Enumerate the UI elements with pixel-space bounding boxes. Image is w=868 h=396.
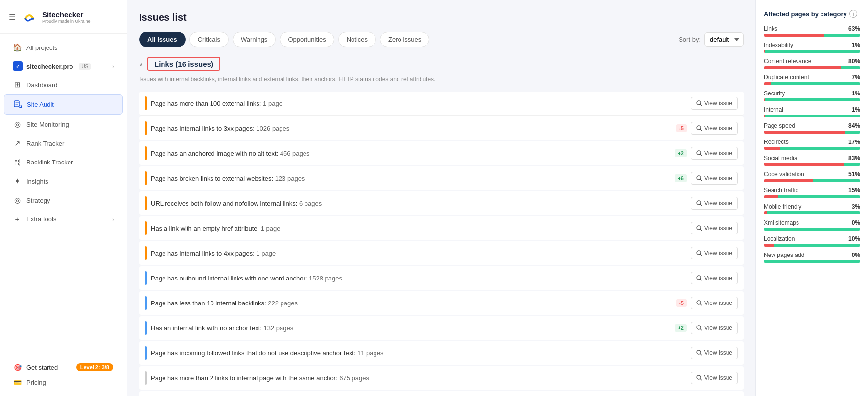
filter-tab-warnings[interactable]: Warnings: [233, 32, 276, 47]
site-audit-label: Site Audit: [27, 101, 54, 108]
view-issue-button[interactable]: View issue: [691, 122, 738, 135]
hamburger-icon[interactable]: ☰: [9, 12, 16, 22]
site-audit-icon: [13, 100, 22, 109]
section-description: Issues with internal backlinks, internal…: [139, 75, 744, 84]
view-issue-button[interactable]: View issue: [691, 222, 738, 234]
category-name: Content relevance: [764, 58, 811, 65]
view-issue-button[interactable]: View issue: [691, 297, 738, 309]
sidebar-bottom: 🎯 Get started Level 2: 3/8 💳 Pricing: [0, 353, 127, 396]
progress-fill-green: [844, 163, 860, 166]
filter-tab-zero-issues[interactable]: Zero issues: [380, 32, 429, 47]
issue-row: Page has internal links to 3xx pages: 10…: [139, 116, 744, 140]
search-icon: [696, 150, 702, 156]
dashboard-icon: ⊞: [13, 80, 22, 89]
project-arrow-icon: ›: [112, 63, 114, 69]
change-badge: +6: [675, 174, 687, 182]
sidebar-item-dashboard[interactable]: ⊞ Dashboard: [4, 75, 123, 94]
main-content: Issues list All issuesCriticalsWarningsO…: [127, 0, 868, 396]
filter-tab-opportunities[interactable]: Opportunities: [280, 32, 334, 47]
sidebar-item-strategy[interactable]: ◎ Strategy: [4, 191, 123, 210]
search-icon: [696, 375, 702, 381]
search-icon: [696, 350, 702, 356]
get-started-item[interactable]: 🎯 Get started Level 2: 3/8: [9, 359, 118, 375]
pricing-item[interactable]: 💳 Pricing: [9, 375, 118, 390]
filter-tab-notices[interactable]: Notices: [338, 32, 376, 47]
view-issue-button[interactable]: View issue: [691, 197, 738, 210]
main: Issues list All issuesCriticalsWarningsO…: [127, 0, 868, 396]
sidebar-item-extra-tools[interactable]: + Extra tools ›: [4, 210, 123, 228]
view-issue-button[interactable]: View issue: [691, 172, 738, 185]
category-pct: 1%: [852, 90, 860, 97]
view-issue-button[interactable]: View issue: [691, 347, 738, 359]
svg-line-14: [700, 229, 702, 231]
severity-indicator: [145, 146, 147, 160]
svg-point-15: [697, 251, 701, 255]
logo-icon: [21, 8, 38, 25]
progress-fill-red: [764, 131, 845, 134]
progress-fill-red: [764, 34, 824, 37]
issue-row: Page has an anchored image with no alt t…: [139, 141, 744, 165]
issue-row: Page has less than 10 internal backlinks…: [139, 291, 744, 315]
category-item: Redirects 17%: [764, 139, 860, 150]
change-badge: +2: [675, 149, 687, 157]
issue-text: Page has an anchored image with no alt t…: [151, 150, 671, 157]
svg-line-22: [700, 329, 702, 330]
category-pct: 80%: [848, 58, 860, 65]
sort-select[interactable]: default: [704, 32, 744, 47]
view-issue-button[interactable]: View issue: [691, 322, 738, 334]
progress-fill-green: [845, 131, 860, 134]
sidebar-item-site-monitoring[interactable]: ◎ Site Monitoring: [4, 115, 123, 134]
section-toggle-icon[interactable]: ∧: [139, 61, 143, 68]
strategy-label: Strategy: [26, 197, 50, 204]
progress-fill-red: [764, 244, 774, 247]
progress-track: [764, 115, 860, 117]
category-pct: 3%: [852, 203, 860, 210]
category-name: Xml sitemaps: [764, 219, 799, 226]
view-issue-button[interactable]: View issue: [691, 247, 738, 259]
sidebar-item-insights[interactable]: ✦ Insights: [4, 172, 123, 190]
filter-tabs: All issuesCriticalsWarningsOpportunities…: [139, 32, 744, 47]
category-item: Indexability 1%: [764, 42, 860, 53]
filter-tab-criticals[interactable]: Criticals: [189, 32, 229, 47]
sidebar-item-site-audit[interactable]: Site Audit: [4, 94, 123, 115]
change-badge: +2: [675, 324, 687, 332]
site-monitoring-label: Site Monitoring: [26, 121, 69, 128]
category-item: Xml sitemaps 0%: [764, 219, 860, 231]
filter-tab-all-issues[interactable]: All issues: [139, 32, 186, 47]
category-name: Duplicate content: [764, 74, 809, 81]
svg-rect-1: [14, 101, 19, 107]
extra-tools-icon: +: [13, 215, 22, 223]
all-projects-label: All projects: [26, 44, 58, 51]
sort-wrapper: Sort by: default: [679, 32, 744, 47]
category-name: Security: [764, 90, 785, 97]
sidebar: ☰ Sitechecker Proudly made in Ukraine 🏠 …: [0, 0, 127, 396]
progress-track: [764, 228, 860, 231]
progress-fill-green: [767, 211, 860, 214]
progress-track: [764, 98, 860, 101]
view-issue-button[interactable]: View issue: [691, 372, 738, 384]
category-item: Internal 1%: [764, 106, 860, 117]
severity-indicator: [145, 171, 147, 185]
view-issue-button[interactable]: View issue: [691, 97, 738, 110]
view-issue-button[interactable]: View issue: [691, 272, 738, 284]
svg-line-8: [700, 154, 702, 156]
category-name: Redirects: [764, 139, 789, 145]
sidebar-project[interactable]: ✓ sitechecker.pro US ›: [4, 57, 123, 75]
sidebar-item-backlink-tracker[interactable]: ⛓ Backlink Tracker: [4, 153, 123, 171]
severity-indicator: [145, 221, 147, 235]
severity-indicator: [145, 121, 147, 135]
view-issue-button[interactable]: View issue: [691, 147, 738, 160]
sidebar-item-rank-tracker[interactable]: ↗ Rank Tracker: [4, 134, 123, 153]
logo-sub: Proudly made in Ukraine: [42, 19, 91, 23]
issue-text: Has an internal link with no anchor text…: [151, 325, 671, 332]
get-started-icon: 🎯: [14, 364, 22, 371]
category-pct: 1%: [852, 42, 860, 48]
extra-tools-arrow-icon: ›: [112, 216, 114, 222]
category-item: Localization 10%: [764, 235, 860, 247]
info-icon[interactable]: i: [849, 10, 857, 18]
content-area: Issues list All issuesCriticalsWarningsO…: [127, 0, 755, 396]
progress-track: [764, 211, 860, 214]
issue-count: 6 pages: [299, 200, 322, 207]
progress-fill-green: [841, 66, 860, 69]
sidebar-item-all-projects[interactable]: 🏠 All projects: [4, 38, 123, 57]
